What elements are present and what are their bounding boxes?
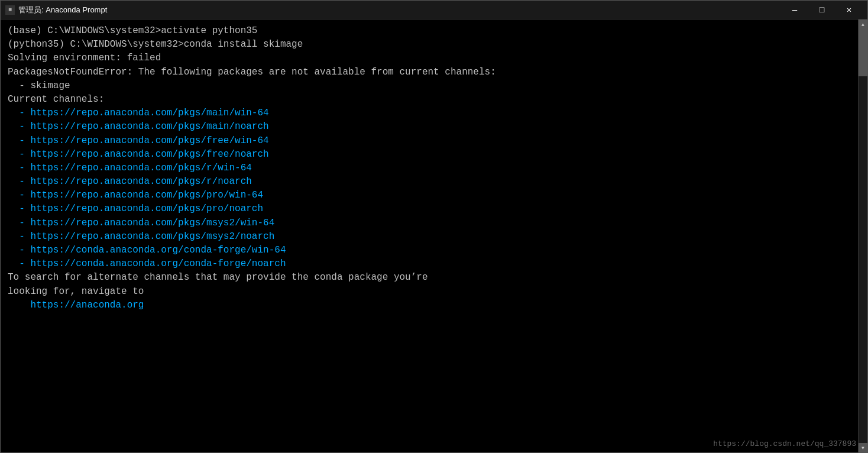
- scrollbar[interactable]: ▲ ▼: [858, 20, 867, 452]
- scrollbar-track[interactable]: [859, 29, 867, 443]
- title-bar: ■ 管理员: Anaconda Prompt — □ ✕: [1, 1, 867, 20]
- app-icon: ■: [5, 5, 15, 15]
- terminal-line: Current channels:: [8, 93, 851, 106]
- watermark: https://blog.csdn.net/qq_337893: [713, 439, 856, 448]
- scroll-down-button[interactable]: ▼: [859, 443, 868, 452]
- minimize-button[interactable]: —: [781, 1, 808, 20]
- scroll-up-button[interactable]: ▲: [859, 20, 868, 29]
- terminal-line: - https://repo.anaconda.com/pkgs/msys2/n…: [8, 230, 851, 244]
- window-controls: — □ ✕: [781, 1, 863, 20]
- terminal-line: https://anaconda.org: [8, 299, 851, 312]
- window: ■ 管理员: Anaconda Prompt — □ ✕ (base) C:\W…: [0, 0, 868, 453]
- terminal-line: (python35) C:\WINDOWS\system32>conda ins…: [8, 38, 851, 51]
- terminal-line: - https://repo.anaconda.com/pkgs/free/wi…: [8, 134, 851, 148]
- terminal-line: Solving environment: failed: [8, 51, 851, 65]
- terminal-line: - https://repo.anaconda.com/pkgs/r/noarc…: [8, 175, 851, 189]
- terminal-line: To search for alternate channels that ma…: [8, 271, 851, 284]
- terminal-line: (base) C:\WINDOWS\system32>activate pyth…: [8, 24, 851, 38]
- terminal-line: looking for, navigate to: [8, 285, 851, 299]
- terminal-line: - https://conda.anaconda.org/conda-forge…: [8, 244, 851, 257]
- terminal-line: - https://repo.anaconda.com/pkgs/pro/noa…: [8, 202, 851, 216]
- terminal-line: - skimage: [8, 79, 851, 93]
- terminal-line: - https://repo.anaconda.com/pkgs/main/wi…: [8, 106, 851, 120]
- scrollbar-thumb[interactable]: [859, 29, 867, 76]
- terminal-line: - https://repo.anaconda.com/pkgs/msys2/w…: [8, 216, 851, 230]
- terminal-line: - https://conda.anaconda.org/conda-forge…: [8, 257, 851, 271]
- terminal-line: - https://repo.anaconda.com/pkgs/pro/win…: [8, 189, 851, 202]
- terminal-line: - https://repo.anaconda.com/pkgs/r/win-6…: [8, 161, 851, 175]
- window-title: 管理员: Anaconda Prompt: [18, 5, 781, 15]
- maximize-button[interactable]: □: [808, 1, 835, 20]
- close-button[interactable]: ✕: [835, 1, 863, 20]
- terminal-line: PackagesNotFoundError: The following pac…: [8, 66, 851, 79]
- content-area: (base) C:\WINDOWS\system32>activate pyth…: [1, 20, 867, 452]
- terminal-line: - https://repo.anaconda.com/pkgs/main/no…: [8, 120, 851, 134]
- terminal-line: - https://repo.anaconda.com/pkgs/free/no…: [8, 148, 851, 161]
- terminal-output[interactable]: (base) C:\WINDOWS\system32>activate pyth…: [1, 20, 858, 452]
